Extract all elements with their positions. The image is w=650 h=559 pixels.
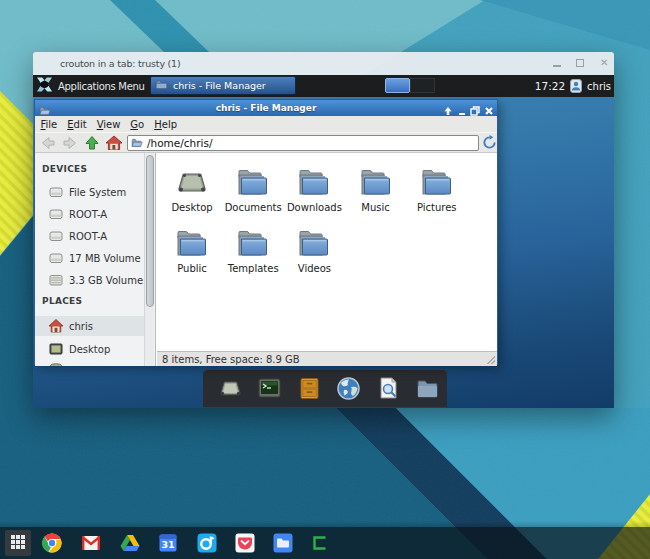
path-text: /home/chris/	[147, 137, 213, 149]
trash-icon	[48, 362, 64, 366]
drive-icon	[48, 184, 64, 200]
shelf-pocket-button[interactable]	[235, 533, 255, 553]
folder-icon	[297, 167, 331, 199]
sidebar-header-devices: DEVICES	[42, 164, 87, 174]
folder-icon	[131, 134, 143, 153]
sidebar-item-label: Trash	[69, 365, 95, 367]
sidebar-scrollbar[interactable]	[144, 153, 154, 366]
maximize-button[interactable]	[469, 102, 481, 114]
dock-show-desktop-button[interactable]	[217, 375, 244, 402]
file-item-music[interactable]: Music	[346, 159, 406, 217]
dock-web-browser-button[interactable]	[335, 375, 362, 402]
applications-menu-button[interactable]: Applications Menu	[33, 75, 151, 97]
home-button[interactable]	[103, 133, 125, 152]
chrome-icon	[42, 533, 62, 553]
shelf-launcher-button[interactable]	[5, 530, 31, 556]
up-button[interactable]	[81, 133, 103, 152]
folder-icon	[297, 228, 331, 260]
dock-application-finder-button[interactable]	[375, 375, 402, 402]
dock-file-manager-button[interactable]	[414, 375, 441, 402]
taskbar-button-file-manager[interactable]: chris - File Manager	[150, 76, 296, 95]
forward-button[interactable]	[59, 133, 81, 152]
minimize-button[interactable]	[548, 52, 568, 75]
sidebar-item-17-mb-volume[interactable]: 17 MB Volume	[35, 248, 145, 268]
shelf-music-app-button[interactable]	[197, 533, 217, 553]
sidebar-item-label: chris	[69, 321, 93, 332]
scrollbar-thumb[interactable]	[146, 155, 154, 307]
sidebar-item-file-system[interactable]: File System	[35, 182, 145, 202]
menu-item-go[interactable]: Go	[126, 119, 149, 130]
maximize-button[interactable]	[571, 52, 591, 75]
chrome-window-titlebar[interactable]: crouton in a tab: trusty (1) ✕	[33, 52, 614, 75]
toolbar-nav-buttons	[37, 133, 125, 152]
file-manager-titlebar[interactable]: chris - File Manager	[35, 100, 497, 116]
shelf-crouton-terminal-button[interactable]	[310, 533, 330, 553]
sidebar-item-3-3-gb-volume[interactable]: 3.3 GB Volume	[35, 270, 145, 290]
sidebar-item-desktop[interactable]: Desktop	[35, 339, 145, 359]
close-button[interactable]: ✕	[595, 52, 615, 75]
desktop-place-icon	[48, 341, 64, 357]
minimize-button[interactable]	[456, 102, 468, 114]
refresh-button[interactable]	[482, 135, 497, 151]
menu-item-view[interactable]: View	[92, 119, 125, 130]
menu-item-help[interactable]: Help	[150, 119, 182, 130]
drive-icon	[48, 228, 64, 244]
xfce-desktop: chris - File Manager FileEditViewGoHelp	[33, 97, 614, 408]
gmail-icon	[81, 533, 101, 553]
chrome-window-title: crouton in a tab: trusty (1)	[60, 58, 180, 69]
path-entry[interactable]: /home/chris/	[127, 135, 479, 151]
shelf-calendar-button[interactable]: 31	[158, 533, 178, 553]
sidebar-item-label: ROOT-A	[69, 209, 107, 220]
home-icon	[48, 318, 64, 334]
panel-status-area: 17:22 chris	[535, 75, 611, 97]
dock-terminal-button[interactable]	[256, 375, 283, 402]
shelf-google-drive-button[interactable]	[120, 533, 140, 553]
dock-file-cabinet-button[interactable]	[296, 375, 323, 402]
drive-icon	[48, 250, 64, 266]
back-button[interactable]	[37, 133, 59, 152]
folder-icon	[420, 167, 454, 199]
drive-stack-icon	[48, 272, 64, 288]
menu-item-edit[interactable]: Edit	[63, 119, 91, 130]
workspace-2[interactable]	[410, 78, 435, 93]
shelf-gmail-button[interactable]	[81, 533, 101, 553]
terminal-icon	[256, 375, 283, 402]
file-item-public[interactable]: Public	[162, 220, 222, 278]
sidebar-header-places: PLACES	[42, 296, 82, 306]
xfce-logo-icon	[36, 77, 53, 96]
shelf-files-app-button[interactable]	[273, 533, 293, 553]
sidebar-item-label: ROOT-A	[69, 231, 107, 242]
file-item-pictures[interactable]: Pictures	[407, 159, 467, 217]
shade-button[interactable]	[442, 102, 454, 114]
sidebar-item-root-a[interactable]: ROOT-A	[35, 226, 145, 246]
sidebar-item-trash[interactable]: Trash	[35, 360, 145, 366]
file-item-documents[interactable]: Documents	[223, 159, 283, 217]
drive-icon	[48, 206, 64, 222]
applications-menu-label: Applications Menu	[58, 81, 145, 92]
file-item-desktop[interactable]: Desktop	[162, 159, 222, 217]
launcher-icon	[11, 534, 25, 553]
file-item-label: Pictures	[407, 202, 467, 213]
workspace-pager[interactable]	[385, 78, 435, 93]
google-drive-icon	[120, 533, 140, 553]
file-list: Desktop Documents Downloads Music Pictur…	[157, 153, 497, 351]
file-item-templates[interactable]: Templates	[223, 220, 283, 278]
sidebar-item-label: 17 MB Volume	[69, 253, 141, 264]
file-item-downloads[interactable]: Downloads	[284, 159, 344, 217]
web-browser-icon	[335, 375, 362, 402]
file-manager-title: chris - File Manager	[35, 103, 497, 113]
folder-icon	[236, 167, 270, 199]
sidebar-item-label: Desktop	[69, 344, 110, 355]
workspace-1[interactable]	[385, 78, 410, 93]
toolbar: /home/chris/	[35, 132, 497, 153]
status-bar: 8 items, Free space: 8.9 GB	[157, 351, 497, 366]
application-finder-icon	[375, 375, 402, 402]
resize-grip[interactable]	[487, 356, 495, 364]
shelf-chrome-button[interactable]	[42, 533, 62, 553]
close-button[interactable]	[483, 102, 495, 114]
sidebar-item-chris[interactable]: chris	[35, 316, 145, 336]
sidebar-item-root-a[interactable]: ROOT-A	[35, 204, 145, 224]
folder-icon	[359, 167, 393, 199]
menu-item-file[interactable]: File	[36, 119, 62, 130]
file-item-videos[interactable]: Videos	[284, 220, 344, 278]
